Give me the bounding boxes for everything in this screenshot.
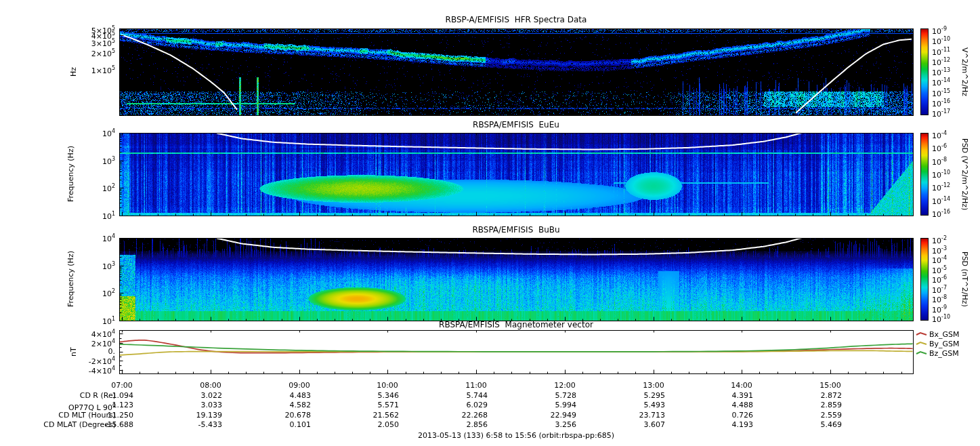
ephemeris-value: 2.559 (793, 411, 842, 420)
ephemeris-value: 2.050 (350, 421, 399, 429)
ephemeris-value: 5.744 (439, 392, 488, 400)
colorbar-tick-label: 10-6 (932, 274, 963, 285)
time-tick-label: 08:00 (194, 382, 227, 390)
colorbar-tick-label: 10-4 (932, 254, 963, 265)
time-tick-label: 12:00 (549, 382, 581, 390)
ephemeris-value: 6.029 (439, 401, 488, 409)
y-tick-label: 103 (76, 260, 115, 271)
ephemeris-value: 4.391 (704, 392, 753, 400)
colorbar-tick-label: 10-4 (932, 129, 963, 140)
legend-label: By_GSM (929, 340, 960, 348)
time-tick-label: 11:00 (460, 382, 492, 390)
panel-title-magnetometer: RBSPA/EMFISIS Magnetometer vector (119, 320, 913, 329)
ephemeris-value: 5.469 (793, 421, 842, 429)
ephemeris-value: 0.101 (262, 421, 311, 429)
eueu-colorbar (920, 133, 929, 216)
legend-item: Bx_GSM (916, 329, 960, 339)
magnetometer-plot (119, 330, 913, 373)
legend-item: By_GSM (916, 339, 960, 348)
y-axis-label-bubu: Frequency (Hz) (65, 238, 76, 321)
colorbar-tick-label: 10-2 (932, 235, 963, 245)
ephemeris-value: 3.022 (173, 392, 222, 400)
colorbar-tick-label: 10-10 (932, 313, 963, 324)
ephemeris-value: 4.483 (262, 392, 311, 400)
colorbar-tick-label: 10-10 (932, 169, 963, 180)
ephemeris-value: -5.433 (173, 421, 222, 429)
time-tick-label: 07:00 (106, 382, 138, 390)
legend-line-icon (916, 341, 927, 346)
eueu-spectrogram (119, 133, 913, 216)
y-tick-label: 101 (76, 210, 115, 221)
colorbar-tick-label: 10-13 (932, 66, 963, 77)
y-axis-label-eueu: Frequency (Hz) (65, 133, 76, 216)
y-tick-label: 104 (76, 127, 115, 138)
y-tick-label: 101 (76, 315, 115, 326)
ephemeris-value: 4.582 (262, 401, 311, 409)
ephemeris-value: 5.493 (616, 401, 665, 409)
legend-label: Bz_GSM (929, 349, 959, 358)
ephemeris-value: 3.256 (528, 421, 576, 429)
colorbar-tick-label: 10-12 (932, 182, 963, 192)
ephemeris-value: 2.856 (439, 421, 488, 429)
legend-item: Bz_GSM (916, 348, 960, 358)
ephemeris-value: 1.123 (85, 401, 133, 409)
colorbar-tick-label: 10-11 (932, 46, 963, 57)
colorbar-tick-label: 10-12 (932, 56, 963, 67)
colorbar-tick-label: 10-16 (932, 208, 963, 219)
y-tick-label: 102 (76, 182, 115, 193)
ephemeris-value: 4.193 (704, 421, 753, 429)
ephemeris-value: 11.250 (85, 411, 133, 420)
time-tick-label: 14:00 (725, 382, 758, 390)
ephemeris-value: 2.859 (793, 401, 842, 409)
ephemeris-value: -15.688 (85, 421, 133, 429)
ephemeris-value: 5.571 (350, 401, 399, 409)
ephemeris-value: 3.033 (173, 401, 222, 409)
colorbar-tick-label: 10-9 (932, 25, 963, 36)
ephemeris-value: 21.562 (350, 411, 399, 420)
panel-title-hfr: RBSP-A/EMFISIS HFR Spectra Data (119, 15, 913, 24)
colorbar-tick-label: 10-15 (932, 87, 963, 98)
ephemeris-value: 2.872 (793, 392, 842, 400)
y-tick-label: 1×105 (76, 64, 115, 75)
y-tick-label: 3×105 (76, 37, 115, 48)
ephemeris-value: 5.994 (528, 401, 576, 409)
colorbar-tick-label: 10-6 (932, 142, 963, 153)
time-tick-label: 13:00 (637, 382, 670, 390)
y-tick-label: 2×105 (76, 47, 115, 58)
colorbar-tick-label: 10-14 (932, 195, 963, 206)
colorbar-tick-label: 10-10 (932, 35, 963, 46)
legend-label: Bx_GSM (929, 330, 960, 339)
bubu-colorbar (920, 238, 929, 321)
colorbar-tick-label: 10-8 (932, 156, 963, 167)
magnetometer-legend: Bx_GSMBy_GSMBz_GSM (916, 329, 960, 358)
ephemeris-value: 3.607 (616, 421, 665, 429)
panel-title-eueu: RBSPA/EMFISIS EuEu (119, 120, 913, 129)
ephemeris-value: 0.726 (704, 411, 753, 420)
colorbar-tick-label: 10-17 (932, 108, 963, 119)
hfr-colorbar (920, 28, 929, 115)
time-tick-label: 15:00 (814, 382, 847, 390)
bubu-spectrogram (119, 238, 913, 321)
panel-title-bubu: RBSPA/EMFISIS BuBu (119, 225, 913, 235)
ephemeris-value: 22.268 (439, 411, 488, 420)
y-tick-label: -4×104 (76, 365, 115, 376)
ephemeris-value: 19.139 (173, 411, 222, 420)
figure-caption: 2013-05-13 (133) 6:58 to 15:56 (orbit:rb… (119, 431, 913, 440)
ephemeris-value: 1.094 (85, 392, 133, 400)
y-tick-label: 102 (76, 287, 115, 298)
hfr-spectrogram (119, 28, 913, 115)
time-tick-label: 09:00 (283, 382, 316, 390)
legend-line-icon (916, 350, 927, 356)
legend-line-icon (916, 331, 927, 337)
y-tick-label: 103 (76, 155, 115, 166)
ephemeris-value: 23.713 (616, 411, 665, 420)
ephemeris-value: 5.295 (616, 392, 665, 400)
time-tick-label: 10:00 (371, 382, 404, 390)
colorbar-tick-label: 10-16 (932, 98, 963, 108)
ephemeris-value: 5.728 (528, 392, 576, 400)
y-tick-label: 104 (76, 232, 115, 243)
ephemeris-value: 22.949 (528, 411, 576, 420)
colorbar-tick-label: 10-14 (932, 77, 963, 87)
ephemeris-value: 20.678 (262, 411, 311, 420)
figure: RBSP-A/EMFISIS HFR Spectra Data RBSPA/EM… (0, 0, 980, 446)
